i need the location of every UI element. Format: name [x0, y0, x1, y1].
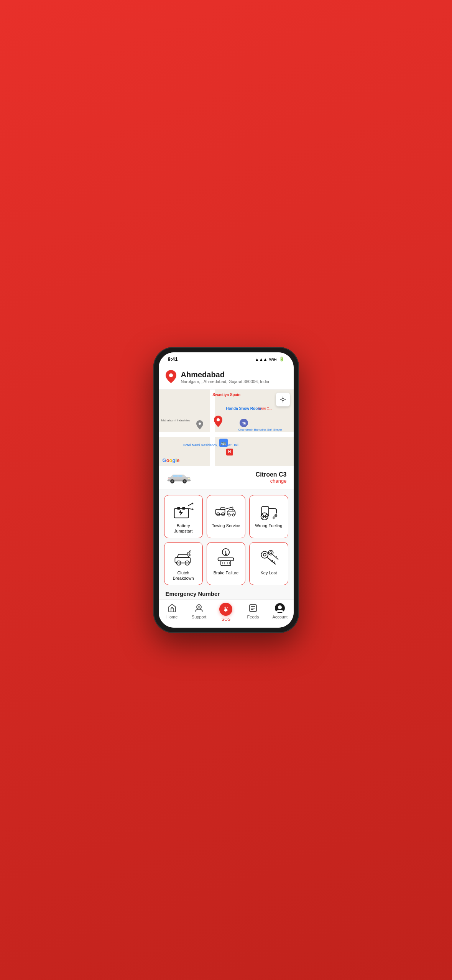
sos-label: SOS [222, 617, 230, 622]
map-icon-hotel: H [226, 449, 233, 455]
sos-icon [219, 603, 232, 616]
svg-point-3 [282, 398, 284, 401]
nav-item-home[interactable]: Home [161, 603, 184, 622]
status-bar: 9:41 ▲▲▲ WiFi 🔋 [159, 352, 294, 366]
vehicle-name: Citroen C3 [256, 471, 287, 478]
status-time: 9:41 [168, 356, 178, 362]
towing-service-icon [215, 501, 237, 520]
map-pin-main [214, 416, 222, 429]
location-control-button[interactable] [276, 393, 290, 406]
map-icon-bus: 🚌 [219, 439, 228, 447]
svg-line-21 [188, 503, 192, 506]
svg-point-57 [263, 553, 266, 556]
svg-rect-20 [182, 507, 185, 509]
map-label-mahalaxmi: Mahalaxmi Industries [161, 419, 191, 422]
service-card-wrong-fueling[interactable]: Wrong Fueling [249, 495, 288, 538]
support-icon [194, 603, 204, 613]
map-icon-shop: 🛍 [240, 419, 248, 427]
svg-point-0 [169, 373, 173, 377]
vehicle-image [166, 470, 192, 485]
wrong-fueling-icon [258, 501, 279, 520]
nav-item-support[interactable]: Support [187, 603, 210, 622]
svg-point-1 [217, 418, 220, 421]
svg-point-56 [261, 551, 268, 558]
clutch-breakdown-label: Clutch Breakdown [168, 570, 199, 581]
support-label: Support [192, 615, 207, 619]
svg-point-11 [171, 480, 173, 482]
phone-screen: 9:41 ▲▲▲ WiFi 🔋 Ahmedabad Narolgam, , Ah… [159, 352, 294, 628]
svg-point-49 [225, 554, 227, 555]
nav-item-feeds[interactable]: Feeds [242, 603, 265, 622]
svg-line-24 [192, 508, 194, 510]
home-icon [167, 603, 178, 613]
svg-line-27 [224, 507, 233, 509]
svg-point-36 [275, 514, 277, 517]
city-name: Ahmedabad [181, 370, 270, 379]
svg-rect-14 [173, 475, 178, 477]
map-area[interactable]: Swastiya Spain Honda Show Room Mahalaxmi… [159, 390, 294, 466]
clutch-breakdown-icon [173, 548, 194, 567]
svg-rect-68 [225, 611, 227, 612]
svg-rect-50 [218, 557, 234, 560]
service-card-towing[interactable]: Towing Service [207, 495, 245, 538]
battery-icon: 🔋 [279, 357, 284, 362]
service-card-battery-jumpstart[interactable]: Battery Jumpstart [164, 495, 203, 538]
svg-rect-15 [178, 475, 182, 477]
towing-service-label: Towing Service [212, 523, 240, 528]
brake-failure-label: Brake Failure [214, 570, 238, 576]
feeds-label: Feeds [247, 615, 259, 619]
svg-rect-19 [178, 507, 180, 509]
battery-jumpstart-icon [173, 501, 194, 520]
svg-line-58 [267, 557, 275, 564]
svg-rect-16 [188, 478, 190, 479]
location-text: Ahmedabad Narolgam, , Ahmedabad, Gujarat… [181, 370, 270, 384]
services-section: Battery Jumpstart [159, 490, 294, 585]
feeds-icon [248, 603, 258, 613]
key-lost-icon [258, 548, 279, 567]
service-card-clutch[interactable]: Clutch Breakdown [164, 542, 203, 585]
nav-item-account[interactable]: Account [268, 603, 291, 622]
wrong-fueling-label: Wrong Fueling [255, 523, 282, 528]
emergency-banner: Emergency Number [159, 585, 294, 599]
brake-failure-icon [215, 548, 237, 567]
svg-point-62 [270, 551, 272, 553]
service-card-key-lost[interactable]: Key Lost [249, 542, 288, 585]
home-label: Home [166, 615, 178, 619]
svg-point-13 [184, 480, 186, 482]
services-grid: Battery Jumpstart [164, 495, 288, 585]
emergency-title: Emergency Number [166, 590, 287, 597]
service-card-brake[interactable]: Brake Failure [207, 542, 245, 585]
phone-frame: 9:41 ▲▲▲ WiFi 🔋 Ahmedabad Narolgam, , Ah… [153, 347, 299, 633]
svg-point-37 [273, 517, 274, 519]
bottom-nav: Home Support [159, 599, 294, 628]
svg-point-76 [278, 605, 282, 609]
account-label: Account [272, 615, 288, 619]
battery-jumpstart-label: Battery Jumpstart [168, 523, 199, 534]
google-logo: Google [163, 457, 180, 463]
map-pin-gray [196, 420, 203, 431]
key-lost-label: Key Lost [260, 570, 277, 576]
svg-line-22 [192, 503, 194, 504]
location-header[interactable]: Ahmedabad Narolgam, , Ahmedabad, Gujarat… [159, 366, 294, 390]
svg-point-45 [190, 551, 191, 552]
map-label-swastiya: Swastiya Spain [212, 393, 240, 397]
svg-point-46 [189, 554, 190, 556]
signal-icon: ▲▲▲ [255, 357, 268, 362]
account-icon [274, 603, 285, 613]
svg-point-44 [187, 552, 189, 554]
vehicle-change-button[interactable]: change [256, 478, 287, 484]
svg-line-64 [276, 556, 277, 557]
svg-rect-29 [227, 511, 235, 515]
vehicle-bar: Citroen C3 change [159, 466, 294, 490]
svg-line-60 [273, 561, 275, 563]
svg-point-66 [198, 606, 200, 608]
nav-item-sos[interactable]: SOS [214, 603, 237, 622]
map-label-hotel: Hotel Nami Residency, Banquet Hall [183, 443, 238, 448]
map-label-honda: Honda Show Room [226, 406, 261, 411]
full-address: Narolgam, , Ahmedabad, Gujarat 380006, I… [181, 379, 270, 384]
map-label-bajaj: bajaj O... [258, 406, 272, 410]
svg-rect-17 [168, 478, 169, 479]
svg-point-2 [199, 423, 201, 425]
status-icons: ▲▲▲ WiFi 🔋 [255, 357, 284, 362]
svg-point-61 [268, 550, 273, 555]
